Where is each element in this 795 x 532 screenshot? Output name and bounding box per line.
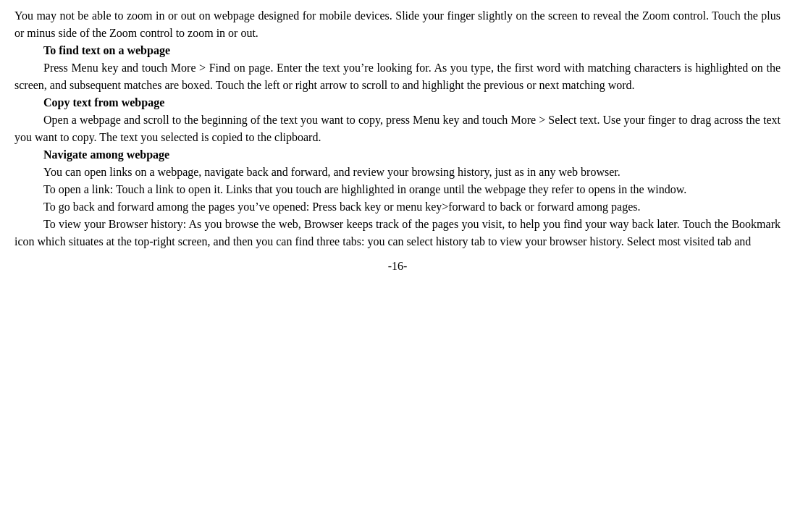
- para6: To view your Browser history: As you bro…: [14, 216, 781, 250]
- section1-heading: To find text on a webpage: [43, 44, 170, 56]
- page-container: You may not be able to zoom in or out on…: [0, 0, 795, 532]
- para5: To go back and forward among the pages y…: [14, 198, 781, 216]
- para6-text: To view your Browser history: As you bro…: [14, 216, 781, 250]
- page-number: -16-: [388, 258, 408, 275]
- text-block: You may not be able to zoom in or out on…: [14, 7, 781, 250]
- page-number-text: -16-: [388, 260, 408, 272]
- section2-heading: Copy text from webpage: [43, 96, 164, 109]
- section3-heading-line: Navigate among webpage: [14, 146, 781, 164]
- section3-paragraph: Navigate among webpage You can open link…: [14, 146, 781, 181]
- para4: To open a link: Touch a link to open it.…: [14, 181, 781, 198]
- para5-text: To go back and forward among the pages y…: [14, 198, 781, 216]
- section1-heading-line: To find text on a webpage: [14, 42, 781, 59]
- para4-text: To open a link: Touch a link to open it.…: [14, 181, 781, 198]
- section3-body: You can open links on a webpage, navigat…: [14, 164, 781, 181]
- section3-heading: Navigate among webpage: [43, 148, 169, 161]
- intro-paragraph: You may not be able to zoom in or out on…: [14, 7, 781, 42]
- section2-body: Open a webpage and scroll to the beginni…: [14, 111, 781, 146]
- section1-body: Press Menu key and touch More > Find on …: [14, 59, 781, 94]
- section1-paragraph: To find text on a webpage Press Menu key…: [14, 42, 781, 94]
- intro-text: You may not be able to zoom in or out on…: [14, 9, 781, 39]
- section2-heading-line: Copy text from webpage: [14, 94, 781, 111]
- section2-paragraph: Copy text from webpage Open a webpage an…: [14, 94, 781, 146]
